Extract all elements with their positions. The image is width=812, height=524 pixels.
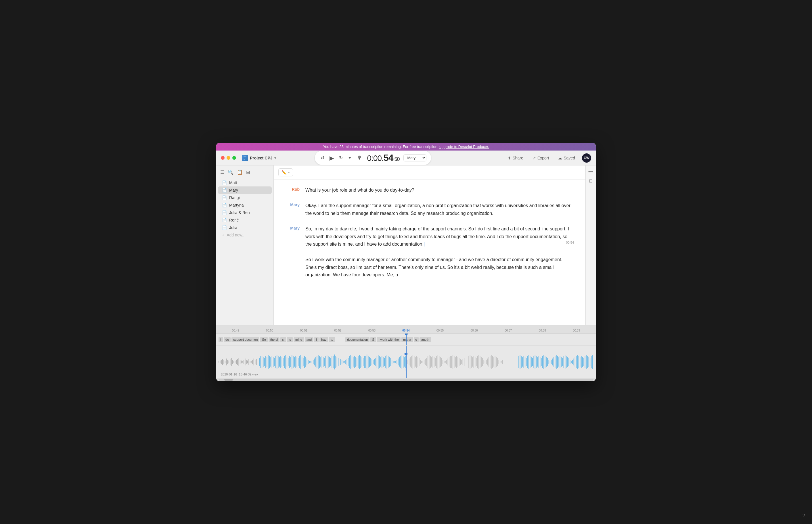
svg-rect-129 (377, 356, 377, 368)
svg-rect-124 (370, 358, 371, 366)
word-chip[interactable]: and (305, 337, 314, 342)
inspector-button[interactable]: ▬ (589, 168, 593, 174)
grid-button[interactable]: ⊞ (245, 169, 251, 176)
svg-rect-8 (225, 361, 225, 363)
svg-rect-178 (439, 356, 439, 368)
word-chip[interactable]: I work with the (377, 337, 400, 342)
word-chip[interactable]: So (260, 337, 267, 342)
doc-button[interactable]: 📋 (236, 169, 243, 176)
sidebar-item-rangi[interactable]: 📄 Rangi (218, 194, 272, 201)
rewind-button[interactable]: ↺ (319, 154, 325, 161)
speaker-label-mary-2[interactable]: Mary (285, 225, 300, 248)
upgrade-link[interactable]: upgrade to Descript Producer. (439, 145, 489, 149)
word-chip[interactable]: is (287, 337, 293, 342)
svg-rect-31 (254, 359, 254, 365)
word-chip[interactable]: mana (401, 337, 413, 342)
doc-icon: 📄 (222, 225, 227, 230)
word-chip[interactable]: mine (293, 337, 304, 342)
speaker-label-mary-1[interactable]: Mary (285, 202, 300, 217)
svg-rect-269 (571, 361, 572, 363)
time-small: .50 (393, 156, 399, 162)
svg-rect-225 (501, 361, 501, 363)
mic-button[interactable]: 🎙 (356, 154, 363, 161)
svg-rect-247 (543, 355, 544, 369)
speaker-selector[interactable]: Mary Rob (403, 154, 426, 161)
ruler-mark: 00:54 (389, 329, 423, 332)
fast-forward-button[interactable]: ↻ (338, 154, 344, 161)
project-title[interactable]: Project CPJ ▾ (242, 155, 276, 161)
cloud-icon: ☁ (558, 156, 562, 160)
menu-button[interactable]: ☰ (220, 169, 225, 176)
transcript-text-mary-1[interactable]: Okay. I am the support manager for a sma… (305, 202, 574, 217)
traffic-lights (221, 156, 236, 160)
minimize-button[interactable] (227, 156, 230, 160)
word-chip[interactable]: the si (269, 337, 280, 342)
svg-rect-249 (546, 357, 546, 367)
word-chip[interactable]: anoth (419, 337, 431, 342)
svg-rect-77 (313, 360, 314, 364)
word-chip[interactable]: to (329, 337, 335, 342)
edit-mode-button[interactable]: ✏️ ▾ (278, 168, 293, 176)
search-button[interactable]: 🔍 (227, 169, 234, 176)
svg-rect-245 (541, 358, 541, 366)
saved-button[interactable]: ☁ Saved (556, 154, 577, 161)
svg-rect-239 (534, 356, 534, 368)
word-chip[interactable]: c (414, 337, 419, 342)
word-chip[interactable]: I (314, 337, 319, 342)
transcript-text-content: So, in my day to day role, I would mainl… (305, 226, 569, 246)
word-chip[interactable]: support documen (232, 337, 259, 342)
add-new-button[interactable]: + Add new... (218, 231, 272, 239)
svg-rect-253 (551, 360, 552, 364)
svg-rect-222 (497, 358, 498, 366)
word-chip[interactable]: do (224, 337, 230, 342)
svg-rect-141 (392, 360, 392, 364)
word-chip[interactable]: hav (319, 337, 328, 342)
svg-rect-168 (426, 358, 427, 366)
svg-rect-126 (373, 360, 373, 364)
transcript-text-mary-3[interactable]: So I work with the community manager or … (305, 256, 574, 279)
sidebar-item-mary[interactable]: 📄 Mary (218, 186, 272, 194)
word-chip[interactable]: documentation (345, 337, 369, 342)
share-button[interactable]: ⬆ Share (505, 154, 525, 161)
svg-rect-211 (483, 360, 484, 364)
transcript-text-rob[interactable]: What is your job role and what do you do… (305, 186, 574, 194)
word-chip[interactable]: si (280, 337, 286, 342)
svg-rect-258 (557, 356, 558, 368)
svg-rect-109 (352, 356, 352, 368)
play-button[interactable]: ▶ (328, 154, 335, 162)
transcript-text-mary-2[interactable]: So, in my day to day role, I would mainl… (305, 225, 574, 248)
export-button[interactable]: ↗ Export (530, 154, 551, 161)
word-chip[interactable]: I (219, 337, 223, 342)
word-chip[interactable]: S (370, 337, 376, 342)
svg-rect-85 (323, 357, 323, 367)
svg-rect-101 (341, 360, 342, 364)
svg-rect-250 (547, 358, 548, 366)
doc-icon: 📄 (222, 195, 227, 200)
scrollbar-track[interactable] (219, 379, 593, 381)
svg-rect-197 (463, 359, 463, 365)
sidebar-item-rene[interactable]: 📄 René (218, 216, 272, 224)
settings-panel-button[interactable]: ⊟ (589, 178, 593, 184)
sidebar-item-matt[interactable]: 📄 Matt (218, 179, 272, 186)
svg-rect-242 (537, 357, 538, 366)
close-button[interactable] (221, 156, 225, 160)
fullscreen-button[interactable] (232, 156, 236, 160)
svg-rect-95 (335, 356, 336, 368)
svg-rect-6 (222, 359, 223, 365)
effects-button[interactable]: ✦ (347, 154, 353, 161)
scrollbar-thumb[interactable] (224, 379, 233, 381)
app-window: You have 23 minutes of transcription rem… (216, 143, 596, 381)
ruler-mark: 00:51 (287, 329, 321, 332)
svg-rect-108 (351, 355, 351, 369)
svg-rect-275 (578, 356, 579, 368)
sidebar-item-julia-ren[interactable]: 📄 Julia & Ren (218, 209, 272, 216)
svg-rect-103 (344, 361, 345, 363)
svg-rect-55 (286, 355, 286, 369)
sidebar-item-martyna[interactable]: 📄 Martyna (218, 201, 272, 209)
avatar[interactable]: CW (582, 153, 591, 163)
sidebar-item-julia[interactable]: 📄 Julia (218, 224, 272, 231)
svg-rect-272 (575, 357, 575, 366)
svg-rect-159 (415, 357, 416, 366)
speaker-label-rob[interactable]: Rob (285, 186, 300, 194)
svg-rect-230 (522, 357, 523, 366)
